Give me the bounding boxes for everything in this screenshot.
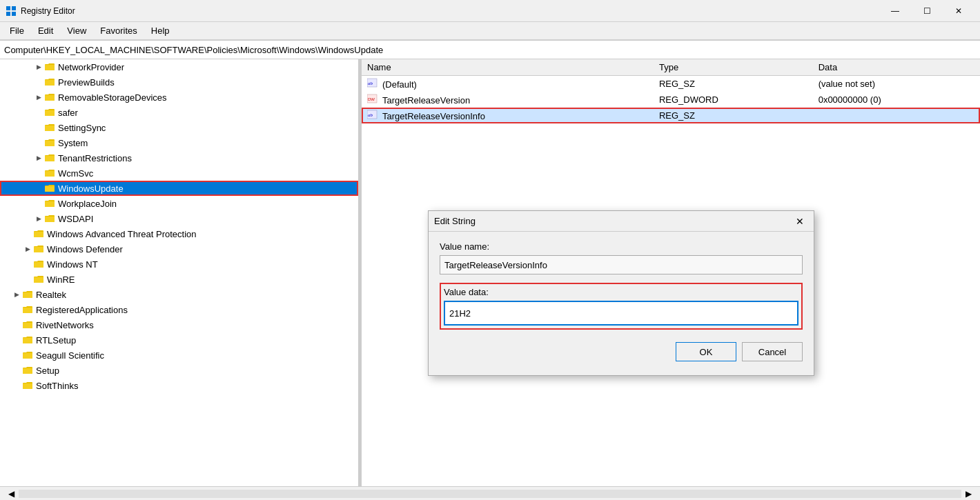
tree-item-softthinks[interactable]: SoftThinks <box>0 378 358 393</box>
menu-view[interactable]: View <box>60 23 93 38</box>
col-header-data: Data <box>813 59 980 76</box>
registry-body: ab (Default)REG_SZ(value not set) DW Tar… <box>362 76 980 124</box>
svg-rect-1 <box>12 6 16 10</box>
folder-icon-system <box>44 137 55 148</box>
expand-icon-windowsatp[interactable] <box>22 228 33 239</box>
svg-rect-0 <box>6 6 10 10</box>
scroll-right-btn[interactable]: ▶ <box>963 489 974 499</box>
folder-icon-settingsync <box>44 122 55 133</box>
maximize-button[interactable]: ☐ <box>911 0 943 22</box>
app-icon <box>6 6 17 17</box>
horizontal-scrollbar[interactable] <box>19 490 961 498</box>
tree-label-removablestoragedevices: RemovableStorageDevices <box>58 92 167 103</box>
expand-icon-softthinks[interactable] <box>11 380 22 391</box>
expand-icon-tenantrestrictions[interactable]: ▶ <box>33 152 44 163</box>
menu-edit[interactable]: Edit <box>31 23 60 38</box>
tree-item-wsdapi[interactable]: ▶ WSDAPI <box>0 211 358 226</box>
tree-item-realtek[interactable]: ▶ Realtek <box>0 287 358 302</box>
tree-label-rivetnetworks: RivetNetworks <box>36 320 94 330</box>
col-header-name: Name <box>362 59 654 76</box>
cell-data-targetreleaseversioninfo <box>813 108 980 123</box>
minimize-button[interactable]: — <box>879 0 911 22</box>
tree-item-registeredapplications[interactable]: RegisteredApplications <box>0 302 358 317</box>
window-title: Registry Editor <box>21 6 879 16</box>
tree-item-networkprovider[interactable]: ▶ NetworkProvider <box>0 59 358 74</box>
folder-icon-wsdapi <box>44 213 55 224</box>
expand-icon-wsdapi[interactable]: ▶ <box>33 213 44 224</box>
tree-label-tenantrestrictions: TenantRestrictions <box>58 153 132 163</box>
tree-label-windowsnt: Windows NT <box>47 259 98 270</box>
title-bar: Registry Editor — ☐ ✕ <box>0 0 980 22</box>
expand-icon-rivetnetworks[interactable] <box>11 319 22 330</box>
dialog-close-button[interactable]: ✕ <box>792 213 808 230</box>
expand-icon-registeredapplications[interactable] <box>11 304 22 315</box>
window-controls: — ☐ ✕ <box>879 0 974 22</box>
expand-icon-windowsnt[interactable] <box>22 259 33 270</box>
tree-panel: ▶ NetworkProvider PreviewBuilds▶ Removab… <box>0 59 359 486</box>
expand-icon-removablestoragedevices[interactable]: ▶ <box>33 92 44 103</box>
tree-item-removablestoragedevices[interactable]: ▶ RemovableStorageDevices <box>0 90 358 105</box>
address-path: Computer\HKEY_LOCAL_MACHINE\SOFTWARE\Pol… <box>4 45 383 55</box>
svg-rect-3 <box>12 12 16 16</box>
tree-item-seagullscientific[interactable]: Seagull Scientific <box>0 348 358 363</box>
expand-icon-previewbuilds[interactable] <box>33 77 44 88</box>
expand-icon-setup[interactable] <box>11 365 22 376</box>
svg-text:ab: ab <box>368 112 373 118</box>
tree-item-setup[interactable]: Setup <box>0 363 358 378</box>
cancel-button[interactable]: Cancel <box>742 342 803 361</box>
tree-item-rivetnetworks[interactable]: RivetNetworks <box>0 317 358 332</box>
menu-file[interactable]: File <box>3 23 31 38</box>
reg-icon-default: ab <box>367 78 380 88</box>
expand-icon-system[interactable] <box>33 137 44 148</box>
svg-text:DW: DW <box>368 97 375 101</box>
tree-item-previewbuilds[interactable]: PreviewBuilds <box>0 74 358 90</box>
folder-icon-windowsupdate <box>44 183 55 194</box>
table-row-targetreleaseversion[interactable]: DW TargetReleaseVersionREG_DWORD0x000000… <box>362 92 980 108</box>
tree-item-windowsnt[interactable]: Windows NT <box>0 257 358 272</box>
folder-icon-rtlsetup <box>22 334 33 346</box>
folder-icon-realtek <box>22 289 33 300</box>
tree-item-rtlsetup[interactable]: RTLSetup <box>0 332 358 348</box>
value-name-input[interactable] <box>440 255 803 274</box>
expand-icon-windowsdefender[interactable]: ▶ <box>22 243 33 254</box>
menu-help[interactable]: Help <box>144 23 177 38</box>
tree-item-workplacejoin[interactable]: WorkplaceJoin <box>0 196 358 211</box>
ok-button[interactable]: OK <box>676 342 736 361</box>
tree-item-windowsupdate[interactable]: WindowsUpdate <box>0 181 358 196</box>
tree-item-system[interactable]: System <box>0 135 358 150</box>
tree-item-safer[interactable]: safer <box>0 105 358 120</box>
scroll-left-btn[interactable]: ◀ <box>6 489 17 499</box>
tree-label-seagullscientific: Seagull Scientific <box>36 350 104 361</box>
folder-icon-networkprovider <box>44 61 55 72</box>
expand-icon-rtlsetup[interactable] <box>11 334 22 346</box>
expand-icon-safer[interactable] <box>33 107 44 118</box>
close-button[interactable]: ✕ <box>943 0 974 22</box>
tree-label-windowsdefender: Windows Defender <box>47 244 123 254</box>
expand-icon-networkprovider[interactable]: ▶ <box>33 61 44 72</box>
expand-icon-windowsupdate[interactable] <box>33 183 44 194</box>
table-row-targetreleaseversioninfo[interactable]: ab TargetReleaseVersionInfoREG_SZ <box>362 108 980 123</box>
expand-icon-wcmsvc[interactable] <box>33 168 44 179</box>
tree-item-wcmsvc[interactable]: WcmSvc <box>0 166 358 181</box>
expand-icon-settingsync[interactable] <box>33 122 44 133</box>
dialog-buttons: OK Cancel <box>440 339 803 366</box>
expand-icon-realtek[interactable]: ▶ <box>11 289 22 300</box>
folder-icon-windowsatp <box>33 228 44 239</box>
tree-item-windowsatp[interactable]: Windows Advanced Threat Protection <box>0 226 358 241</box>
menu-favorites[interactable]: Favorites <box>93 23 144 38</box>
tree-label-windowsatp: Windows Advanced Threat Protection <box>47 229 197 239</box>
tree-item-windowsdefender[interactable]: ▶ Windows Defender <box>0 241 358 257</box>
value-data-input[interactable] <box>444 301 798 326</box>
tree-item-winre[interactable]: WinRE <box>0 272 358 287</box>
cell-type-targetreleaseversioninfo: REG_SZ <box>654 108 813 123</box>
expand-icon-workplacejoin[interactable] <box>33 198 44 209</box>
expand-icon-seagullscientific[interactable] <box>11 350 22 361</box>
table-row-default[interactable]: ab (Default)REG_SZ(value not set) <box>362 76 980 92</box>
folder-icon-workplacejoin <box>44 198 55 209</box>
tree-item-settingsync[interactable]: SettingSync <box>0 120 358 135</box>
tree-container: ▶ NetworkProvider PreviewBuilds▶ Removab… <box>0 59 358 393</box>
tree-item-tenantrestrictions[interactable]: ▶ TenantRestrictions <box>0 150 358 166</box>
cell-type-default: REG_SZ <box>654 76 813 92</box>
expand-icon-winre[interactable] <box>22 274 33 285</box>
svg-text:ab: ab <box>368 81 373 86</box>
